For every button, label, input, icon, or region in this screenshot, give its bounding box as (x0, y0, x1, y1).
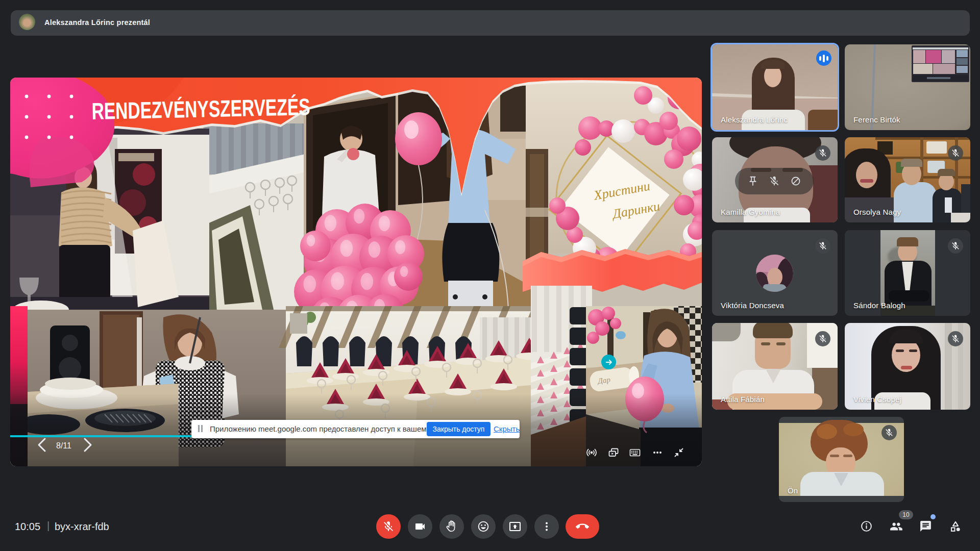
svg-text:RENDEZVÉNYSZERVEZÉS: RENDEZVÉNYSZERVEZÉS (91, 93, 310, 124)
svg-text:8/11: 8/11 (56, 441, 71, 450)
